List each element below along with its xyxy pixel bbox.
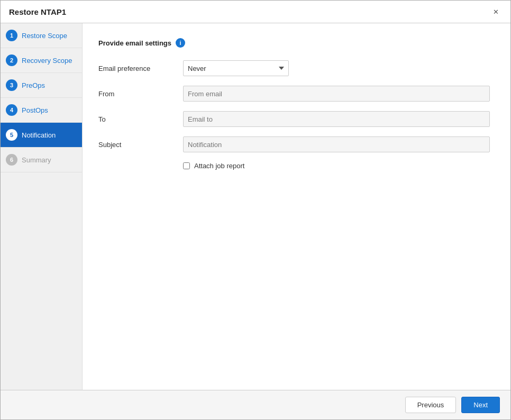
step-circle-5: 5 bbox=[6, 129, 17, 141]
step-circle-3: 3 bbox=[6, 79, 17, 91]
sidebar-label-recovery-scope: Recovery Scope bbox=[22, 57, 72, 65]
sidebar-label-preops: PreOps bbox=[22, 81, 45, 89]
to-input[interactable] bbox=[183, 111, 490, 127]
main-content: 1 Restore Scope 2 Recovery Scope 3 PreOp… bbox=[1, 23, 510, 390]
dialog-title: Restore NTAP1 bbox=[9, 7, 66, 16]
step-circle-2: 2 bbox=[6, 54, 17, 66]
sidebar-label-summary: Summary bbox=[22, 156, 51, 164]
sidebar-item-notification: 5 Notification bbox=[1, 123, 82, 148]
sidebar-label-postops: PostOps bbox=[22, 106, 48, 114]
content-area: Provide email settings i Email preferenc… bbox=[83, 23, 510, 390]
next-button[interactable]: Next bbox=[461, 397, 500, 413]
previous-button[interactable]: Previous bbox=[405, 397, 457, 413]
sidebar-item-recovery-scope[interactable]: 2 Recovery Scope bbox=[1, 48, 82, 73]
sidebar-item-restore-scope[interactable]: 1 Restore Scope bbox=[1, 23, 82, 48]
attach-job-report-row: Attach job report bbox=[98, 162, 495, 170]
from-label: From bbox=[98, 90, 183, 98]
sidebar-label-restore-scope: Restore Scope bbox=[22, 32, 67, 40]
section-title-text: Provide email settings bbox=[98, 39, 171, 47]
to-label: To bbox=[98, 115, 183, 123]
section-title: Provide email settings i bbox=[98, 38, 495, 48]
subject-row: Subject bbox=[98, 136, 495, 152]
sidebar-item-postops[interactable]: 4 PostOps bbox=[1, 98, 82, 123]
from-input[interactable] bbox=[183, 86, 490, 102]
sidebar: 1 Restore Scope 2 Recovery Scope 3 PreOp… bbox=[1, 23, 83, 390]
subject-input[interactable] bbox=[183, 136, 490, 152]
sidebar-item-summary: 6 Summary bbox=[1, 148, 82, 172]
restore-dialog: Restore NTAP1 ✕ 1 Restore Scope 2 Recove… bbox=[0, 0, 511, 420]
info-icon[interactable]: i bbox=[176, 38, 185, 48]
title-bar: Restore NTAP1 ✕ bbox=[1, 1, 510, 23]
step-circle-6: 6 bbox=[6, 154, 17, 166]
sidebar-label-notification: Notification bbox=[22, 131, 56, 139]
sidebar-item-preops[interactable]: 3 PreOps bbox=[1, 73, 82, 98]
step-circle-1: 1 bbox=[6, 30, 17, 41]
email-preference-label: Email preference bbox=[98, 65, 183, 72]
close-button[interactable]: ✕ bbox=[490, 6, 502, 17]
from-row: From bbox=[98, 86, 495, 102]
subject-label: Subject bbox=[98, 141, 183, 149]
attach-job-report-checkbox[interactable] bbox=[183, 162, 190, 169]
close-icon: ✕ bbox=[493, 8, 499, 16]
attach-job-report-label[interactable]: Attach job report bbox=[194, 162, 244, 170]
email-preference-select[interactable]: Never On Failure Always bbox=[183, 60, 289, 76]
to-row: To bbox=[98, 111, 495, 127]
email-preference-row: Email preference Never On Failure Always bbox=[98, 60, 495, 76]
step-circle-4: 4 bbox=[6, 104, 17, 116]
footer: Previous Next bbox=[1, 390, 510, 419]
